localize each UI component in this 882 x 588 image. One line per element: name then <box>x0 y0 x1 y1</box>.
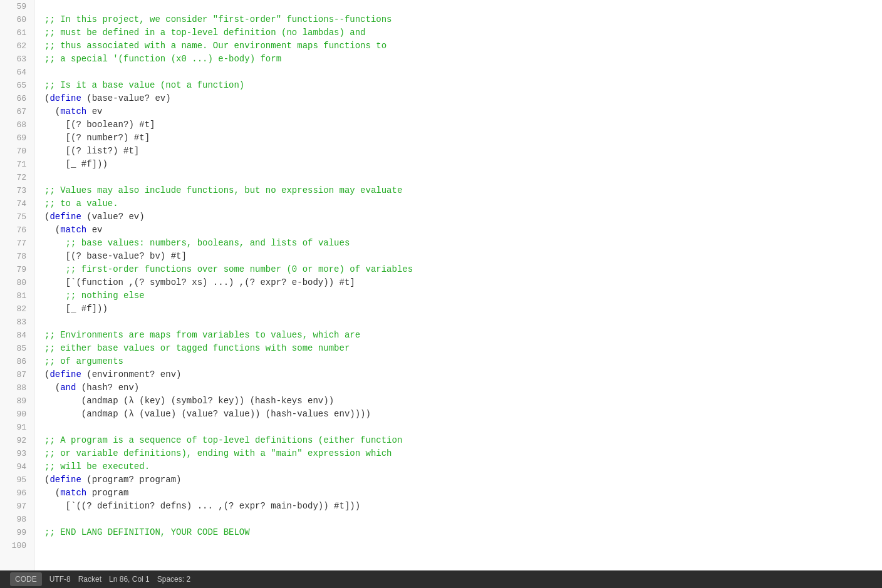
comment-token: ;; END LANG DEFINITION, YOUR CODE BELOW <box>44 527 250 537</box>
code-line: [_ #f])) <box>44 302 882 316</box>
line-number: 74 <box>8 197 26 210</box>
line-number: 78 <box>8 250 26 263</box>
line-number: 69 <box>8 132 26 145</box>
plain-token: [`((? definition? defns) ... ,(? expr? m… <box>44 501 360 511</box>
keyword-token: define <box>49 93 81 103</box>
plain-token: ( <box>44 106 60 116</box>
line-number: 97 <box>8 500 26 513</box>
plain-token: [`(function ,(? symbol? xs) ...) ,(? exp… <box>44 277 355 287</box>
line-number: 81 <box>8 289 26 302</box>
plain-token: program <box>86 488 128 498</box>
line-number: 72 <box>8 171 26 184</box>
line-number: 61 <box>8 26 26 39</box>
line-number: 70 <box>8 145 26 158</box>
line-number: 94 <box>8 460 26 473</box>
plain-token: [(? base-value? bv) #t] <box>44 251 187 261</box>
plain-token: (andmap (λ (value) (value? value)) (hash… <box>44 409 371 419</box>
code-line: ;; In this project, we consider "first-o… <box>44 13 882 26</box>
code-line <box>44 539 882 552</box>
line-number: 62 <box>8 39 26 53</box>
comment-token: ;; Is it a base value (not a function) <box>44 80 244 90</box>
comment-token: ;; first-order functions over some numbe… <box>66 264 413 274</box>
code-line: ;; END LANG DEFINITION, YOUR CODE BELOW <box>44 526 882 539</box>
code-line: ;; either base values or tagged function… <box>44 342 882 355</box>
code-line: ;; Environments are maps from variables … <box>44 329 882 342</box>
plain-token: (base-value? ev) <box>81 93 171 103</box>
plain-token: [_ #f])) <box>44 159 108 169</box>
comment-token: ;; thus associated with a name. Our envi… <box>44 41 387 51</box>
code-line: (andmap (λ (key) (symbol? key)) (hash-ke… <box>44 395 882 408</box>
code-editor: 5960616263646566676869707172737475767778… <box>0 0 882 588</box>
code-line: [(? base-value? bv) #t] <box>44 250 882 263</box>
plain-token: [_ #f])) <box>44 304 108 314</box>
line-number: 73 <box>8 184 26 197</box>
code-line: (match program <box>44 487 882 500</box>
code-line <box>44 66 882 79</box>
line-number: 77 <box>8 237 26 250</box>
plain-token: ( <box>44 225 60 235</box>
code-line: ;; Is it a base value (not a function) <box>44 79 882 92</box>
comment-token: ;; Values may also include functions, bu… <box>44 185 402 195</box>
code-line: [_ #f])) <box>44 158 882 171</box>
status-language: Racket <box>78 574 101 585</box>
line-number: 85 <box>8 342 26 355</box>
plain-token: [(? number?) #t] <box>44 133 150 143</box>
line-number: 64 <box>8 66 26 79</box>
plain-token: (environment? env) <box>81 369 182 379</box>
keyword-token: match <box>60 106 86 116</box>
code-line: ;; nothing else <box>44 289 882 302</box>
line-number: 75 <box>8 210 26 224</box>
code-line <box>44 171 882 184</box>
line-number: 89 <box>8 395 26 408</box>
line-number: 63 <box>8 53 26 66</box>
plain-token: ev <box>86 106 102 116</box>
code-line: ;; to a value. <box>44 197 882 210</box>
plain-token: (value? ev) <box>81 212 145 222</box>
line-number: 79 <box>8 263 26 276</box>
code-line: ;; of arguments <box>44 355 882 368</box>
code-line: [`(function ,(? symbol? xs) ...) ,(? exp… <box>44 276 882 289</box>
plain-token: (hash? env) <box>76 383 139 393</box>
keyword-token: match <box>60 488 86 498</box>
code-line: (match ev <box>44 224 882 237</box>
code-line <box>44 0 882 13</box>
code-line: (and (hash? env) <box>44 381 882 395</box>
code-line: ;; will be executed. <box>44 460 882 473</box>
plain-token: ev <box>86 225 102 235</box>
comment-token: ;; of arguments <box>44 356 123 366</box>
status-encoding: UTF-8 <box>49 574 71 585</box>
line-number: 100 <box>8 539 26 552</box>
code-line: ;; must be defined in a top-level defini… <box>44 26 882 39</box>
line-number: 95 <box>8 473 26 487</box>
comment-token: ;; must be defined in a top-level defini… <box>44 28 365 38</box>
plain-token <box>44 291 66 301</box>
code-line: ;; a special '(function (x0 ...) e-body)… <box>44 53 882 66</box>
line-number: 88 <box>8 381 26 395</box>
line-number: 92 <box>8 434 26 447</box>
plain-token: (program? program) <box>81 475 182 485</box>
code-line: (define (base-value? ev) <box>44 92 882 105</box>
code-line: ;; A program is a sequence of top-level … <box>44 434 882 447</box>
code-line: ;; Values may also include functions, bu… <box>44 184 882 197</box>
keyword-token: define <box>49 475 81 485</box>
line-number: 86 <box>8 355 26 368</box>
plain-token <box>44 238 66 248</box>
code-line: [(? boolean?) #t] <box>44 118 882 132</box>
code-line <box>44 421 882 434</box>
keyword-token: match <box>60 225 86 235</box>
code-content[interactable]: ;; In this project, we consider "first-o… <box>34 0 882 588</box>
status-bar: CODE UTF-8 Racket Ln 86, Col 1 Spaces: 2 <box>0 570 882 588</box>
line-number: 98 <box>8 513 26 526</box>
code-line: [(? list?) #t] <box>44 145 882 158</box>
line-number: 82 <box>8 302 26 316</box>
line-number: 91 <box>8 421 26 434</box>
comment-token: ;; to a value. <box>44 199 118 209</box>
line-number: 87 <box>8 368 26 381</box>
comment-token: ;; A program is a sequence of top-level … <box>44 435 402 445</box>
line-number: 84 <box>8 329 26 342</box>
status-indent: Spaces: 2 <box>157 574 190 585</box>
line-number: 99 <box>8 526 26 539</box>
line-number: 71 <box>8 158 26 171</box>
comment-token: ;; base values: numbers, booleans, and l… <box>66 238 350 248</box>
line-number: 66 <box>8 92 26 105</box>
